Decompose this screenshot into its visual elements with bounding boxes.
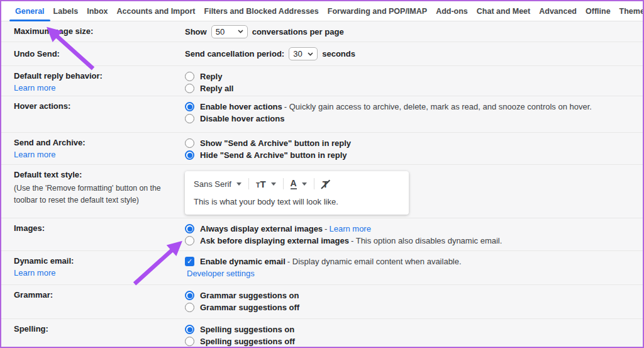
spelling-on-label: Spelling suggestions on: [200, 323, 294, 335]
tab-themes[interactable]: Themes: [619, 7, 644, 16]
font-size-icon: TT: [256, 179, 266, 189]
radio-reply-all[interactable]: [185, 84, 194, 93]
enable-dynamic-email-desc: - Display dynamic email content when ava…: [287, 257, 462, 266]
grammar-off-label: Grammar suggestions off: [200, 301, 299, 313]
default-text-style-label: Default text style:: [14, 169, 185, 181]
spelling-off-label: Spelling suggestions off: [200, 335, 295, 347]
row-default-text-style: Default text style: (Use the 'Remove for…: [1, 165, 643, 218]
row-grammar: Grammar: Grammar suggestions on Grammar …: [1, 285, 643, 319]
tab-offline[interactable]: Offline: [586, 7, 611, 16]
images-label: Images:: [14, 223, 185, 234]
page-size-value: 50: [216, 27, 225, 36]
toolbar-divider: [283, 178, 284, 189]
chevron-down-icon: [238, 30, 243, 33]
maximum-page-size-label: Maximum page size:: [14, 26, 185, 37]
disable-hover-actions-label: Disable hover actions: [200, 113, 284, 125]
page-size-select[interactable]: 50: [211, 25, 248, 38]
seconds-label: seconds: [322, 49, 355, 59]
send-and-archive-learn-more-link[interactable]: Learn more: [14, 149, 185, 160]
font-family-dropdown[interactable]: Sans Serif: [194, 179, 242, 189]
font-family-value: Sans Serif: [194, 179, 231, 189]
tab-accounts-and-import[interactable]: Accounts and Import: [117, 7, 196, 16]
enable-dynamic-email-label: Enable dynamic email: [200, 257, 286, 266]
default-reply-behavior-label: Default reply behavior:: [14, 70, 185, 82]
chevron-down-icon: [308, 52, 313, 56]
text-style-editor: Sans Serif TT A T This: [185, 171, 409, 215]
cancellation-period-value: 30: [293, 49, 302, 59]
show-label: Show: [185, 27, 207, 36]
always-display-images-label: Always display external images: [200, 224, 323, 233]
images-learn-more-link[interactable]: Learn more: [329, 224, 370, 233]
tab-general[interactable]: General: [15, 7, 45, 16]
tab-add-ons[interactable]: Add-ons: [436, 7, 468, 16]
tab-inbox[interactable]: Inbox: [87, 7, 108, 16]
text-color-dropdown[interactable]: A: [291, 179, 307, 189]
radio-show-send-archive[interactable]: [185, 138, 194, 148]
radio-disable-hover-actions[interactable]: [185, 114, 194, 123]
gmail-settings-window: General Labels Inbox Accounts and Import…: [0, 0, 644, 348]
tab-chat-and-meet[interactable]: Chat and Meet: [477, 7, 530, 16]
tab-forwarding-and-pop-imap[interactable]: Forwarding and POP/IMAP: [328, 7, 427, 16]
text-style-toolbar: Sans Serif TT A T: [185, 171, 409, 194]
grammar-label: Grammar:: [14, 289, 185, 301]
settings-tab-bar: General Labels Inbox Accounts and Import…: [1, 1, 643, 21]
conversations-per-page-label: conversations per page: [252, 27, 344, 36]
text-color-icon: A: [291, 179, 297, 189]
reply-all-option-label: Reply all: [200, 82, 233, 94]
enable-hover-actions-label: Enable hover actions: [200, 102, 282, 111]
toolbar-divider: [314, 178, 314, 189]
developer-settings-link[interactable]: Developer settings: [187, 267, 255, 279]
row-send-and-archive: Send and Archive: Learn more Show "Send …: [1, 133, 643, 165]
radio-always-display-images[interactable]: [185, 224, 194, 233]
spelling-label: Spelling:: [14, 323, 185, 335]
undo-send-label: Undo Send:: [14, 48, 185, 60]
radio-grammar-off[interactable]: [185, 303, 194, 312]
row-hover-actions: Hover actions: Enable hover actions- Qui…: [1, 96, 643, 133]
radio-hide-send-archive[interactable]: [185, 150, 194, 160]
dynamic-email-learn-more-link[interactable]: Learn more: [14, 267, 185, 279]
text-style-preview: This is what your body text will look li…: [185, 194, 409, 215]
row-maximum-page-size: Maximum page size: Show 50 conversations…: [1, 21, 643, 42]
checkbox-enable-dynamic-email[interactable]: [185, 257, 194, 266]
tab-labels[interactable]: Labels: [53, 7, 79, 16]
default-text-style-note: (Use the 'Remove formatting' button on t…: [14, 182, 174, 206]
row-dynamic-email: Dynamic email: Learn more Enable dynamic…: [1, 251, 643, 285]
row-undo-send: Undo Send: Send cancellation period: 30 …: [1, 42, 643, 66]
tab-advanced[interactable]: Advanced: [539, 7, 577, 16]
tab-filters-and-blocked-addresses[interactable]: Filters and Blocked Addresses: [204, 7, 319, 16]
radio-ask-before-displaying-images[interactable]: [185, 236, 194, 245]
reply-option-label: Reply: [200, 70, 222, 82]
dynamic-email-label: Dynamic email:: [14, 255, 185, 267]
chevron-down-icon: [302, 182, 307, 186]
radio-spelling-on[interactable]: [185, 325, 194, 334]
row-images: Images: Always display external images-L…: [1, 218, 643, 251]
ask-before-images-label: Ask before displaying external images: [200, 236, 349, 245]
grammar-on-label: Grammar suggestions on: [200, 289, 299, 301]
hover-actions-label: Hover actions:: [14, 101, 185, 112]
cancellation-period-select[interactable]: 30: [289, 47, 318, 60]
remove-formatting-icon[interactable]: T: [321, 179, 330, 189]
row-spelling: Spelling: Spelling suggestions on Spelli…: [1, 319, 643, 347]
hide-send-archive-label: Hide "Send & Archive" button in reply: [200, 149, 347, 161]
chevron-down-icon: [271, 182, 276, 186]
default-reply-learn-more-link[interactable]: Learn more: [14, 82, 185, 94]
show-send-archive-label: Show "Send & Archive" button in reply: [200, 137, 351, 149]
dash-separator: -: [325, 224, 327, 233]
row-default-reply-behavior: Default reply behavior: Learn more Reply…: [1, 66, 643, 96]
radio-enable-hover-actions[interactable]: [185, 102, 194, 111]
radio-reply[interactable]: [185, 72, 194, 81]
ask-before-images-desc: - This option also disables dynamic emai…: [351, 236, 502, 245]
enable-hover-actions-desc: - Quickly gain access to archive, delete…: [284, 102, 592, 111]
toolbar-divider: [248, 178, 249, 189]
chevron-down-icon: [236, 182, 242, 186]
font-size-dropdown[interactable]: TT: [256, 179, 276, 189]
cancellation-period-label: Send cancellation period:: [185, 49, 284, 59]
send-and-archive-label: Send and Archive:: [14, 137, 185, 149]
radio-spelling-off[interactable]: [185, 337, 194, 346]
radio-grammar-on[interactable]: [185, 291, 194, 300]
